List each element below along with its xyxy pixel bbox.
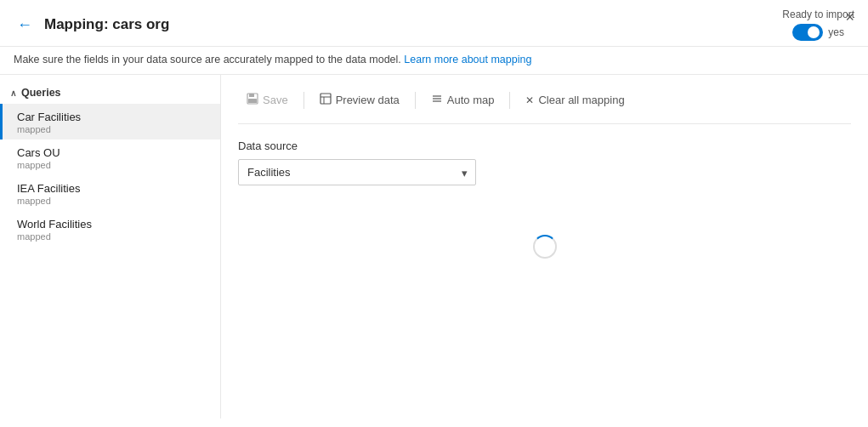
preview-label: Preview data bbox=[336, 94, 400, 106]
back-button[interactable]: ← bbox=[14, 16, 36, 34]
data-source-select[interactable]: Facilities bbox=[238, 159, 476, 185]
save-button[interactable]: Save bbox=[238, 88, 297, 111]
automap-icon bbox=[431, 93, 443, 107]
automap-label: Auto map bbox=[447, 94, 495, 106]
preview-icon bbox=[320, 93, 332, 107]
sidebar-section-label: Queries bbox=[21, 87, 61, 99]
toolbar: Save Preview data Auto map ✕ Clear all m… bbox=[238, 88, 851, 124]
subtitle-text: Make sure the fields in your data source… bbox=[14, 54, 401, 65]
auto-map-button[interactable]: Auto map bbox=[423, 88, 503, 111]
data-source-section: Data source Facilities bbox=[238, 139, 851, 185]
toolbar-separator bbox=[304, 92, 304, 109]
main-layout: ∧ Queries Car Facilities mapped Cars OU … bbox=[0, 75, 868, 418]
toggle-yes-label: yes bbox=[828, 26, 844, 38]
sidebar-item-status: mapped bbox=[17, 160, 210, 170]
sidebar-item-name: IEA Facilities bbox=[17, 182, 210, 195]
toolbar-separator-2 bbox=[415, 92, 416, 109]
clear-mapping-button[interactable]: ✕ Clear all mapping bbox=[517, 89, 633, 111]
clear-icon: ✕ bbox=[525, 94, 534, 106]
toggle-row: yes bbox=[792, 24, 844, 41]
toolbar-separator-3 bbox=[509, 92, 510, 109]
sidebar-section-queries[interactable]: ∧ Queries bbox=[0, 82, 220, 104]
page-title: Mapping: cars org bbox=[44, 16, 169, 33]
sidebar-item-name: World Facilities bbox=[17, 218, 210, 231]
save-label: Save bbox=[263, 94, 288, 106]
ready-to-import-section: Ready to import yes bbox=[782, 9, 854, 41]
svg-rect-2 bbox=[248, 99, 257, 103]
preview-data-button[interactable]: Preview data bbox=[311, 88, 408, 111]
sidebar-item-name: Cars OU bbox=[17, 146, 210, 159]
loading-spinner bbox=[533, 235, 557, 259]
sidebar-item-status: mapped bbox=[17, 124, 210, 134]
top-bar-left: ← Mapping: cars org bbox=[14, 16, 169, 34]
subtitle-bar: Make sure the fields in your data source… bbox=[0, 47, 868, 75]
sidebar: ∧ Queries Car Facilities mapped Cars OU … bbox=[0, 75, 221, 418]
learn-more-link[interactable]: Learn more about mapping bbox=[404, 54, 531, 65]
sidebar-item-car-facilities[interactable]: Car Facilities mapped bbox=[0, 104, 220, 139]
sidebar-item-world-facilities[interactable]: World Facilities mapped bbox=[0, 211, 220, 247]
content-area: Save Preview data Auto map ✕ Clear all m… bbox=[221, 75, 868, 418]
save-icon bbox=[247, 93, 258, 107]
data-source-select-wrapper: Facilities bbox=[238, 159, 476, 185]
sidebar-item-iea-facilities[interactable]: IEA Facilities mapped bbox=[0, 175, 220, 211]
sidebar-item-name: Car Facilities bbox=[17, 111, 210, 123]
top-bar: ← Mapping: cars org Ready to import yes bbox=[0, 0, 868, 47]
sidebar-item-cars-ou[interactable]: Cars OU mapped bbox=[0, 139, 220, 175]
svg-rect-1 bbox=[249, 94, 254, 97]
clear-label: Clear all mapping bbox=[538, 94, 624, 106]
ready-label: Ready to import bbox=[782, 9, 854, 20]
sidebar-item-status: mapped bbox=[17, 196, 210, 206]
close-button[interactable]: × bbox=[845, 9, 854, 26]
svg-rect-3 bbox=[321, 94, 331, 104]
sidebar-item-status: mapped bbox=[17, 231, 210, 242]
import-toggle[interactable] bbox=[792, 24, 823, 41]
data-source-label: Data source bbox=[238, 139, 851, 152]
chevron-up-icon: ∧ bbox=[10, 88, 16, 98]
